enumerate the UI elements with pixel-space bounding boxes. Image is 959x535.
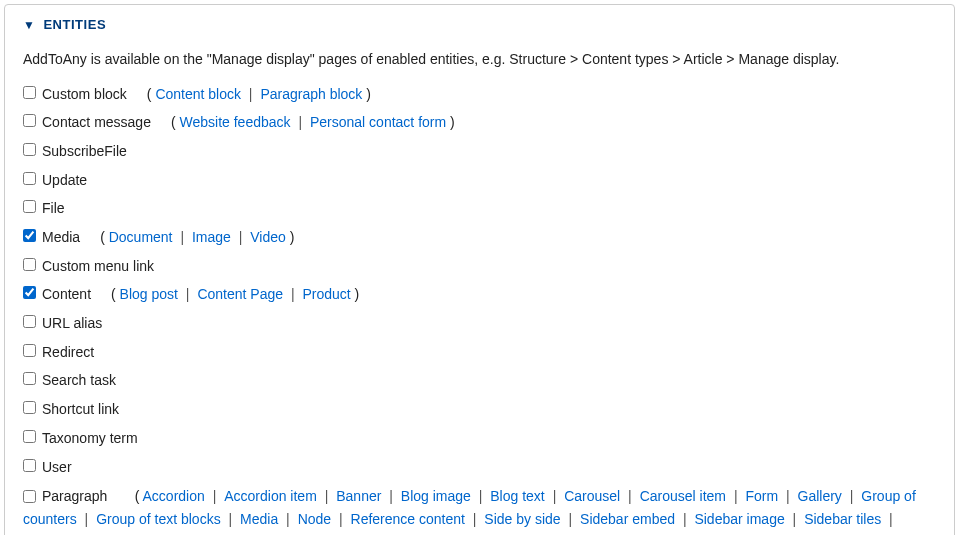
entity-label-contact-message: Contact message — [42, 112, 151, 134]
entities-rows: Custom block( Content block | Paragraph … — [23, 84, 936, 535]
disclosure-triangle-icon: ▼ — [23, 19, 35, 31]
open-paren: ( — [171, 114, 180, 130]
entity-checkbox-url-alias[interactable] — [23, 315, 36, 328]
entity-label-content: Content — [42, 284, 91, 306]
entity-checkbox-paragraph[interactable] — [23, 490, 36, 503]
bundle-link[interactable]: Product — [302, 286, 350, 302]
bundle-link[interactable]: Carousel — [564, 488, 620, 504]
separator: | — [287, 286, 298, 302]
entity-checkbox-taxonomy-term[interactable] — [23, 430, 36, 443]
bundle-link[interactable]: Sidebar tiles — [804, 511, 881, 527]
separator: | — [81, 511, 92, 527]
entity-checkbox-contact-message[interactable] — [23, 114, 36, 127]
bundle-link[interactable]: Image — [192, 229, 231, 245]
entity-row-content: Content( Blog post | Content Page | Prod… — [23, 284, 936, 306]
entity-bundles-custom-block: ( Content block | Paragraph block ) — [147, 84, 371, 106]
separator: | — [209, 488, 220, 504]
entity-row-search-task: Search task — [23, 370, 936, 392]
bundle-link[interactable]: Form — [745, 488, 778, 504]
entity-bundles-content: ( Blog post | Content Page | Product ) — [111, 284, 359, 306]
entity-row-subscribefile: SubscribeFile — [23, 141, 936, 163]
separator: | — [335, 511, 346, 527]
entity-label-paragraph: Paragraph — [42, 488, 107, 504]
entity-row-user: User — [23, 457, 936, 479]
separator: | — [549, 488, 560, 504]
entities-description: AddToAny is available on the "Manage dis… — [23, 50, 936, 70]
close-paren: ) — [286, 229, 295, 245]
entity-label-search-task: Search task — [42, 370, 116, 392]
entity-checkbox-update[interactable] — [23, 172, 36, 185]
entity-checkbox-media[interactable] — [23, 229, 36, 242]
open-paren: ( — [100, 229, 109, 245]
bundle-link[interactable]: Content block — [155, 86, 241, 102]
entities-fieldset: ▼ ENTITIES AddToAny is available on the … — [4, 4, 955, 535]
bundle-link[interactable]: Sidebar embed — [580, 511, 675, 527]
separator: | — [282, 511, 293, 527]
bundle-link[interactable]: Video — [250, 229, 286, 245]
entity-checkbox-shortcut-link[interactable] — [23, 401, 36, 414]
separator: | — [245, 86, 256, 102]
entity-checkbox-redirect[interactable] — [23, 344, 36, 357]
separator: | — [469, 511, 480, 527]
bundle-link[interactable]: Banner — [336, 488, 381, 504]
bundle-link[interactable]: Reference content — [351, 511, 465, 527]
entity-label-file: File — [42, 198, 65, 220]
entity-label-shortcut-link: Shortcut link — [42, 399, 119, 421]
bundle-link[interactable]: Carousel item — [640, 488, 726, 504]
entity-label-redirect: Redirect — [42, 342, 94, 364]
bundle-link[interactable]: Accordion — [143, 488, 205, 504]
entity-label-subscribefile: SubscribeFile — [42, 141, 127, 163]
entity-row-paragraph: Paragraph ( Accordion | Accordion item |… — [23, 485, 936, 535]
separator: | — [321, 488, 332, 504]
entity-checkbox-content[interactable] — [23, 286, 36, 299]
bundle-link[interactable]: Website feedback — [180, 114, 291, 130]
separator: | — [177, 229, 188, 245]
bundle-link[interactable]: Accordion item — [224, 488, 317, 504]
separator: | — [235, 229, 246, 245]
entity-row-url-alias: URL alias — [23, 313, 936, 335]
entity-checkbox-subscribefile[interactable] — [23, 143, 36, 156]
entity-row-custom-block: Custom block( Content block | Paragraph … — [23, 84, 936, 106]
separator: | — [565, 511, 576, 527]
bundle-link[interactable]: Side by side — [484, 511, 560, 527]
entity-checkbox-search-task[interactable] — [23, 372, 36, 385]
separator: | — [225, 511, 236, 527]
bundle-link[interactable]: Group of text blocks — [96, 511, 221, 527]
bundle-link[interactable]: Blog text — [490, 488, 544, 504]
entities-legend[interactable]: ▼ ENTITIES — [23, 17, 936, 32]
open-paren: ( — [135, 488, 143, 504]
separator: | — [730, 488, 741, 504]
entity-row-taxonomy-term: Taxonomy term — [23, 428, 936, 450]
entity-row-update: Update — [23, 170, 936, 192]
close-paren: ) — [362, 86, 371, 102]
separator: | — [624, 488, 635, 504]
bundle-link[interactable]: Media — [240, 511, 278, 527]
separator: | — [475, 488, 486, 504]
entity-label-media: Media — [42, 227, 80, 249]
entity-checkbox-file[interactable] — [23, 200, 36, 213]
entity-bundles-contact-message: ( Website feedback | Personal contact fo… — [171, 112, 455, 134]
entity-checkbox-custom-menu-link[interactable] — [23, 258, 36, 271]
separator: | — [295, 114, 306, 130]
bundle-link[interactable]: Document — [109, 229, 173, 245]
entity-label-update: Update — [42, 170, 87, 192]
entity-label-custom-block: Custom block — [42, 84, 127, 106]
legend-text: ENTITIES — [43, 17, 106, 32]
entity-row-redirect: Redirect — [23, 342, 936, 364]
bundle-link[interactable]: Node — [298, 511, 331, 527]
bundle-link[interactable]: Blog image — [401, 488, 471, 504]
bundle-link[interactable]: Content Page — [197, 286, 283, 302]
bundle-link[interactable]: Gallery — [798, 488, 842, 504]
entity-checkbox-user[interactable] — [23, 459, 36, 472]
entity-label-url-alias: URL alias — [42, 313, 102, 335]
entity-row-media: Media( Document | Image | Video ) — [23, 227, 936, 249]
separator: | — [385, 488, 396, 504]
bundle-link[interactable]: Blog post — [120, 286, 178, 302]
separator: | — [846, 488, 857, 504]
bundle-link[interactable]: Paragraph block — [260, 86, 362, 102]
bundle-link[interactable]: Personal contact form — [310, 114, 446, 130]
entity-checkbox-custom-block[interactable] — [23, 86, 36, 99]
bundle-link[interactable]: Sidebar image — [694, 511, 784, 527]
separator: | — [679, 511, 690, 527]
separator: | — [885, 511, 893, 527]
